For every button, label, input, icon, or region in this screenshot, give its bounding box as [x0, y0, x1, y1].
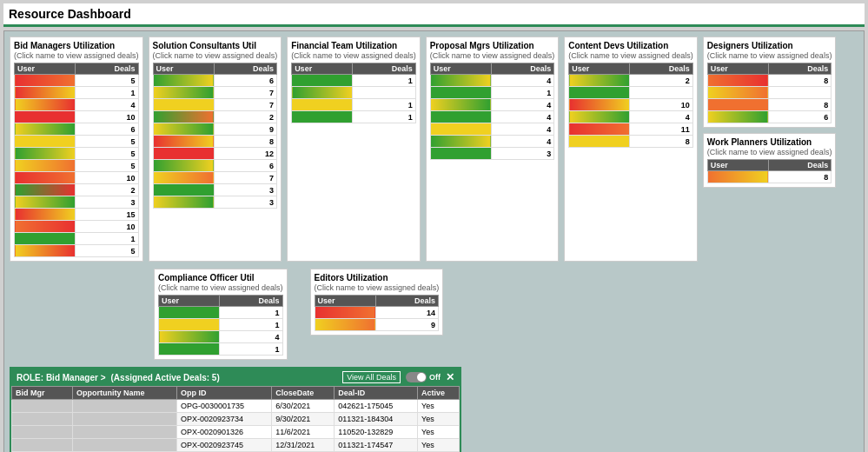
table-row[interactable]: 14 — [315, 307, 439, 319]
table-row[interactable]: 3 — [430, 148, 554, 160]
table-row[interactable]: 8 — [707, 171, 832, 183]
table-row[interactable]: 4 — [430, 75, 554, 87]
table-row[interactable]: 2 — [569, 75, 693, 87]
heat-cell[interactable] — [153, 136, 214, 148]
table-row[interactable]: 6 — [153, 75, 277, 87]
heat-cell[interactable] — [153, 99, 214, 111]
heat-cell[interactable] — [569, 123, 630, 136]
heat-cell[interactable] — [159, 319, 220, 331]
table-row[interactable]: 11 — [569, 123, 693, 136]
popup-row[interactable]: OPX-002092374512/31/2021011321-174547Yes — [12, 439, 460, 452]
table-row[interactable]: 1 — [15, 233, 139, 245]
heat-cell[interactable] — [15, 123, 76, 136]
table-row[interactable]: 2 — [153, 111, 277, 123]
heat-cell[interactable] — [430, 123, 491, 136]
heat-cell[interactable] — [15, 160, 76, 172]
table-row[interactable] — [707, 87, 832, 99]
table-row[interactable]: 1 — [292, 99, 416, 111]
heat-cell[interactable] — [430, 136, 491, 148]
heat-cell[interactable] — [569, 111, 630, 123]
heat-cell[interactable] — [292, 75, 353, 87]
popup-close-button[interactable]: ✕ — [446, 371, 454, 383]
table-row[interactable]: 2 — [15, 184, 139, 196]
heat-cell[interactable] — [15, 184, 76, 196]
table-row[interactable]: 5 — [15, 148, 139, 160]
table-row[interactable]: 6 — [707, 111, 832, 123]
table-row[interactable]: 8 — [153, 136, 277, 148]
heat-cell[interactable] — [292, 87, 353, 99]
heat-cell[interactable] — [15, 148, 76, 160]
popup-row[interactable]: OPX-00209237349/30/2021011321-184304Yes — [12, 413, 460, 426]
heat-cell[interactable] — [153, 172, 214, 184]
table-row[interactable]: 4 — [430, 99, 554, 111]
heat-cell[interactable] — [153, 184, 214, 196]
heat-cell[interactable] — [153, 196, 214, 209]
heat-cell[interactable] — [15, 172, 76, 184]
heat-cell[interactable] — [707, 171, 768, 183]
table-row[interactable]: 4 — [159, 331, 283, 343]
heat-cell[interactable] — [430, 148, 491, 160]
heat-cell[interactable] — [569, 136, 630, 148]
heat-cell[interactable] — [430, 99, 491, 111]
table-row[interactable]: 4 — [15, 99, 139, 111]
view-all-button[interactable]: View All Deals — [342, 371, 401, 383]
heat-cell[interactable] — [15, 87, 76, 99]
table-row[interactable]: 9 — [315, 319, 439, 331]
table-row[interactable]: 7 — [153, 172, 277, 184]
heat-cell[interactable] — [292, 99, 353, 111]
toggle-switch[interactable] — [406, 372, 427, 382]
heat-cell[interactable] — [15, 209, 76, 221]
popup-row[interactable]: OPX-002090132611/6/2021110520-132829Yes — [12, 426, 460, 439]
table-row[interactable]: 5 — [15, 136, 139, 148]
table-row[interactable]: 1 — [159, 319, 283, 331]
table-row[interactable]: 4 — [430, 111, 554, 123]
table-row[interactable] — [569, 87, 693, 99]
heat-cell[interactable] — [15, 221, 76, 233]
heat-cell[interactable] — [153, 123, 214, 136]
heat-cell[interactable] — [315, 307, 375, 319]
table-row[interactable]: 10 — [15, 111, 139, 123]
heat-cell[interactable] — [15, 136, 76, 148]
table-row[interactable]: 3 — [15, 196, 139, 209]
heat-cell[interactable] — [15, 245, 76, 257]
table-row[interactable]: 1 — [430, 87, 554, 99]
table-row[interactable]: 8 — [707, 75, 832, 87]
heat-cell[interactable] — [153, 160, 214, 172]
heat-cell[interactable] — [315, 319, 375, 331]
heat-cell[interactable] — [569, 99, 630, 111]
heat-cell[interactable] — [15, 75, 76, 87]
table-row[interactable]: 5 — [15, 75, 139, 87]
heat-cell[interactable] — [292, 111, 353, 123]
table-row[interactable]: 4 — [430, 123, 554, 136]
heat-cell[interactable] — [153, 148, 214, 160]
table-row[interactable]: 1 — [15, 87, 139, 99]
table-row[interactable]: 10 — [569, 99, 693, 111]
heat-cell[interactable] — [159, 331, 220, 343]
table-row[interactable] — [292, 87, 416, 99]
heat-cell[interactable] — [159, 343, 220, 356]
heat-cell[interactable] — [15, 196, 76, 209]
table-row[interactable]: 6 — [153, 160, 277, 172]
popup-row[interactable]: OPG-00300017356/30/2021042621-175045Yes — [12, 400, 460, 413]
table-row[interactable]: 1 — [159, 343, 283, 356]
heat-cell[interactable] — [430, 111, 491, 123]
heat-cell[interactable] — [153, 111, 214, 123]
table-row[interactable]: 1 — [292, 75, 416, 87]
heat-cell[interactable] — [159, 307, 220, 319]
table-row[interactable]: 6 — [15, 123, 139, 136]
table-row[interactable]: 10 — [15, 221, 139, 233]
table-row[interactable]: 7 — [153, 99, 277, 111]
table-row[interactable]: 3 — [153, 196, 277, 209]
table-row[interactable]: 15 — [15, 209, 139, 221]
heat-cell[interactable] — [153, 87, 214, 99]
table-row[interactable]: 7 — [153, 87, 277, 99]
table-row[interactable]: 8 — [707, 99, 832, 111]
table-row[interactable]: 5 — [15, 245, 139, 257]
heat-cell[interactable] — [15, 111, 76, 123]
heat-cell[interactable] — [707, 75, 768, 87]
table-row[interactable]: 3 — [153, 184, 277, 196]
table-row[interactable]: 10 — [15, 172, 139, 184]
heat-cell[interactable] — [430, 87, 491, 99]
heat-cell[interactable] — [707, 99, 768, 111]
heat-cell[interactable] — [430, 75, 491, 87]
